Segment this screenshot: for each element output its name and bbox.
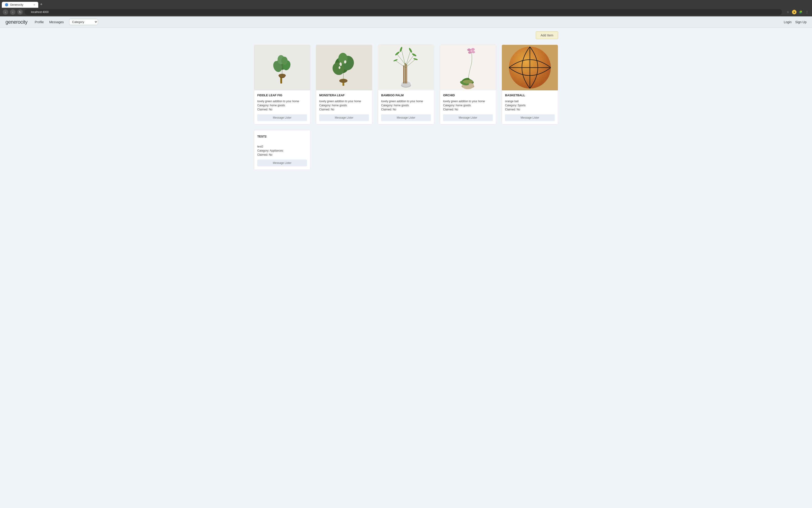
svg-point-7 xyxy=(281,57,288,65)
card-test2: TEST2 test2 Category: Appliances Claimed… xyxy=(254,130,310,170)
svg-line-26 xyxy=(406,50,411,65)
nav-links: Profile Messages Category home goods Spo… xyxy=(35,19,784,25)
new-tab-btn[interactable]: + xyxy=(38,1,44,8)
active-tab[interactable]: Generocity × xyxy=(2,2,38,8)
svg-point-31 xyxy=(399,46,403,52)
svg-point-34 xyxy=(393,59,398,62)
card-title-fiddle-leaf-fig: FIDDLE LEAF FIG xyxy=(257,93,307,97)
card-category-fiddle-leaf-fig: Category: home goods xyxy=(257,104,307,107)
card-bamboo-palm: BAMBOO PALM lovely green addition to you… xyxy=(378,45,434,125)
tab-favicon xyxy=(5,3,8,6)
signup-link[interactable]: Sign Up xyxy=(795,20,807,24)
svg-point-35 xyxy=(413,58,418,60)
nav-auth: Login Sign Up xyxy=(784,20,807,24)
card-claimed-bamboo-palm: Claimed: No xyxy=(381,108,431,111)
add-item-row: Add Item xyxy=(254,31,558,39)
cards-grid-row1: FIDDLE LEAF FIG lovely green addition to… xyxy=(254,45,558,125)
card-image-orchid xyxy=(440,45,496,90)
monstera-svg xyxy=(329,47,359,88)
card-title-test2: TEST2 xyxy=(257,135,307,138)
back-btn[interactable]: ‹ xyxy=(3,9,8,15)
card-orchid: ORCHID lovely green addition to your hom… xyxy=(440,45,496,125)
card-category-orchid: Category: home goods xyxy=(443,104,493,107)
svg-point-32 xyxy=(408,48,413,53)
address-bar-row: ‹ › ↻ ☆ ● 🧩 ⋮ xyxy=(0,8,812,16)
card-desc-test2: test2 xyxy=(257,145,307,148)
svg-point-46 xyxy=(463,80,473,84)
profile-link[interactable]: Profile xyxy=(35,20,44,24)
card-title-bamboo-palm: BAMBOO PALM xyxy=(381,93,431,97)
card-monstera-leaf: MONSTERA LEAF lovely green addition to y… xyxy=(316,45,372,125)
message-btn-test2[interactable]: Message Lister xyxy=(257,160,307,166)
message-btn-fiddle-leaf-fig[interactable]: Message Lister xyxy=(257,114,307,121)
extensions-icon[interactable]: 🧩 xyxy=(798,10,803,14)
card-image-fiddle-leaf-fig xyxy=(254,45,310,90)
fiddle-leaf-fig-svg xyxy=(269,49,296,86)
svg-point-17 xyxy=(338,66,340,69)
card-basketball: BASKETBALL orange ball Category: Sports … xyxy=(502,45,558,125)
category-dropdown[interactable]: Category home goods Sports Appliances xyxy=(69,19,98,25)
svg-point-33 xyxy=(411,53,417,57)
svg-line-28 xyxy=(396,61,406,68)
add-item-button[interactable]: Add Item xyxy=(536,31,558,39)
card-claimed-test2: Claimed: No xyxy=(257,153,307,156)
svg-point-41 xyxy=(472,51,475,53)
card-desc-orchid: lovely green addition to your home xyxy=(443,100,493,103)
bookmark-icon[interactable]: ☆ xyxy=(785,10,790,14)
svg-point-40 xyxy=(468,51,471,54)
card-category-basketball: Category: Sports xyxy=(505,104,555,107)
login-link[interactable]: Login xyxy=(784,20,791,24)
card-body-orchid: ORCHID lovely green addition to your hom… xyxy=(440,90,496,124)
logo-light: city xyxy=(21,19,28,25)
card-category-monstera-leaf: Category: home goods xyxy=(319,104,369,107)
message-btn-bamboo-palm[interactable]: Message Lister xyxy=(381,114,431,121)
card-claimed-fiddle-leaf-fig: Claimed: No xyxy=(257,108,307,111)
address-input[interactable] xyxy=(25,9,782,15)
messages-link[interactable]: Messages xyxy=(49,20,64,24)
app-navbar: generocity Profile Messages Category hom… xyxy=(0,16,812,28)
card-image-bamboo-palm xyxy=(378,45,434,90)
profile-icon[interactable]: ● xyxy=(792,10,797,14)
card-desc-basketball: orange ball xyxy=(505,100,555,103)
tab-close-btn[interactable]: × xyxy=(34,3,35,6)
cards-grid-row2: TEST2 test2 Category: Appliances Claimed… xyxy=(254,130,558,170)
card-title-orchid: ORCHID xyxy=(443,93,493,97)
message-btn-monstera-leaf[interactable]: Message Lister xyxy=(319,114,369,121)
menu-icon[interactable]: ⋮ xyxy=(805,10,809,14)
svg-rect-21 xyxy=(405,63,406,84)
basketball-svg xyxy=(508,46,552,89)
message-btn-basketball[interactable]: Message Lister xyxy=(505,114,555,121)
forward-btn[interactable]: › xyxy=(10,9,15,15)
tab-title: Generocity xyxy=(10,3,23,6)
svg-line-29 xyxy=(406,59,415,68)
bamboo-svg xyxy=(392,45,420,90)
card-desc-fiddle-leaf-fig: lovely green addition to your home xyxy=(257,100,307,103)
svg-point-42 xyxy=(471,50,472,52)
logo-bold: genero xyxy=(5,19,21,25)
svg-point-30 xyxy=(395,51,400,56)
svg-rect-22 xyxy=(406,64,407,84)
card-body-monstera-leaf: MONSTERA LEAF lovely green addition to y… xyxy=(316,90,372,124)
card-body-bamboo-palm: BAMBOO PALM lovely green addition to you… xyxy=(378,90,434,124)
card-category-test2: Category: Appliances xyxy=(257,149,307,152)
card-fiddle-leaf-fig: FIDDLE LEAF FIG lovely green addition to… xyxy=(254,45,310,125)
svg-point-20 xyxy=(401,81,411,87)
svg-rect-23 xyxy=(403,65,404,84)
orchid-svg xyxy=(454,45,482,90)
main-content: Add Item FIDDLE LEAF FIG xyxy=(247,28,565,177)
card-claimed-orchid: Claimed: No xyxy=(443,108,493,111)
card-image-basketball xyxy=(502,45,558,90)
reload-btn[interactable]: ↻ xyxy=(17,9,23,15)
card-body-basketball: BASKETBALL orange ball Category: Sports … xyxy=(502,90,558,124)
card-image-monstera-leaf xyxy=(316,45,372,90)
card-claimed-basketball: Claimed: No xyxy=(505,108,555,111)
card-body-test2: TEST2 test2 Category: Appliances Claimed… xyxy=(254,130,310,170)
card-title-monstera-leaf: MONSTERA LEAF xyxy=(319,93,369,97)
browser-icons: ☆ ● 🧩 ⋮ xyxy=(785,10,809,14)
app-logo: generocity xyxy=(5,19,28,25)
message-btn-orchid[interactable]: Message Lister xyxy=(443,114,493,121)
card-claimed-monstera-leaf: Claimed: No xyxy=(319,108,369,111)
card-desc-monstera-leaf: lovely green addition to your home xyxy=(319,100,369,103)
card-category-bamboo-palm: Category: home goods xyxy=(381,104,431,107)
svg-point-38 xyxy=(467,48,471,51)
